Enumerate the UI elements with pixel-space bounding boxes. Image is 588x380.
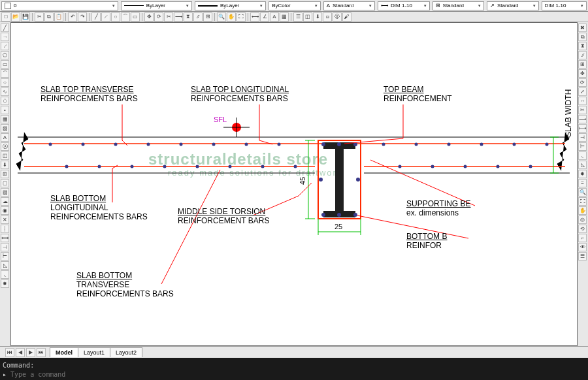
- tab-layout2[interactable]: Layout2: [110, 347, 142, 357]
- extend-tool-icon[interactable]: ⟶: [174, 12, 183, 22]
- xref-icon[interactable]: ⧈: [323, 12, 332, 22]
- pan-icon[interactable]: ✋: [227, 12, 236, 22]
- break2-icon[interactable]: ⊣: [578, 133, 587, 142]
- hatch-tool-icon[interactable]: ▦: [280, 12, 289, 22]
- save-icon[interactable]: 💾: [21, 12, 30, 22]
- tab-next-icon[interactable]: ▶: [26, 348, 35, 357]
- tablestyle-dropdown[interactable]: ⊞Standard▾: [433, 1, 484, 10]
- dim-angular-icon[interactable]: ∠: [260, 12, 269, 22]
- lineweight-dropdown[interactable]: ByLayer ▾: [195, 1, 266, 10]
- align-icon[interactable]: ≡: [578, 179, 587, 187]
- tab-prev-icon[interactable]: ◀: [16, 348, 25, 357]
- command-input[interactable]: [10, 371, 585, 378]
- ray-icon[interactable]: →: [1, 33, 9, 41]
- text-tool-icon[interactable]: A: [270, 12, 279, 22]
- break-icon[interactable]: ⊣: [1, 243, 9, 251]
- color-dropdown[interactable]: ByColor ▾: [269, 1, 320, 10]
- mlstyle-dropdown[interactable]: ↗Standard▾: [487, 1, 538, 10]
- trim-tool-icon[interactable]: ✂: [164, 12, 173, 22]
- rotate2-icon[interactable]: ⟳: [578, 78, 587, 87]
- revcloud-icon[interactable]: ☁: [1, 197, 9, 206]
- line-tool-icon[interactable]: ╱: [91, 12, 101, 22]
- cut-icon[interactable]: ✂: [35, 12, 44, 22]
- pline-tool-icon[interactable]: ⟋: [101, 12, 110, 22]
- orbit-icon[interactable]: ◎: [578, 215, 587, 224]
- construction-icon[interactable]: ✕: [1, 215, 9, 224]
- dimstyle2-dropdown[interactable]: DIM 1-10▾: [542, 1, 587, 10]
- trim2-icon[interactable]: ✂: [578, 106, 587, 114]
- join2-icon[interactable]: ⊢: [578, 142, 587, 151]
- wipeout-icon[interactable]: ▨: [1, 188, 9, 197]
- dimstyle-dropdown[interactable]: ⟷DIM 1-10▾: [378, 1, 429, 10]
- paste-icon[interactable]: 📋: [54, 12, 63, 22]
- copy2-icon[interactable]: ⧉: [578, 33, 587, 41]
- spline-icon[interactable]: ∿: [1, 87, 9, 96]
- block-icon[interactable]: ◫: [303, 12, 312, 22]
- offset2-icon[interactable]: ⫽: [578, 51, 587, 59]
- scale-icon[interactable]: ⤢: [578, 87, 587, 96]
- chamfer2-icon[interactable]: ◺: [578, 161, 587, 169]
- props-icon[interactable]: 🛈: [333, 12, 342, 22]
- view-icon[interactable]: 👁: [578, 243, 587, 251]
- undo-icon[interactable]: ↶: [68, 12, 77, 22]
- explode-icon[interactable]: ✸: [1, 279, 9, 288]
- chamfer-icon[interactable]: ◺: [1, 261, 9, 270]
- boundary-icon[interactable]: ▢: [1, 179, 9, 187]
- mtext-icon[interactable]: Ⓐ: [1, 142, 9, 151]
- rect-icon[interactable]: ▭: [1, 60, 9, 69]
- insert-icon[interactable]: ⬇: [313, 12, 322, 22]
- zoom-ext-icon[interactable]: ⛶: [237, 12, 246, 22]
- fillet-icon[interactable]: ◟: [1, 270, 9, 279]
- ellipse-icon[interactable]: ⬯: [1, 97, 9, 105]
- open-icon[interactable]: 📂: [11, 12, 20, 22]
- tab-last-icon[interactable]: ⏭: [37, 348, 46, 357]
- ucs-icon[interactable]: ⌐: [578, 234, 587, 242]
- join-icon[interactable]: ⊢: [1, 252, 9, 261]
- tab-model[interactable]: Model: [50, 347, 78, 357]
- circle-icon[interactable]: ○: [1, 78, 9, 87]
- divider-icon[interactable]: ┊: [1, 225, 9, 233]
- pan2-icon[interactable]: ✋: [578, 206, 587, 215]
- explode2-icon[interactable]: ✸: [578, 170, 587, 178]
- text-icon[interactable]: A: [1, 133, 9, 142]
- polygon-icon[interactable]: ⬠: [1, 51, 9, 59]
- donut-icon[interactable]: ◉: [1, 206, 9, 215]
- point-icon[interactable]: •: [1, 106, 9, 114]
- insert2-icon[interactable]: ⬇: [1, 161, 9, 169]
- offset-tool-icon[interactable]: ⫽: [193, 12, 203, 22]
- zoome-icon[interactable]: ⛶: [578, 197, 587, 206]
- block-make-icon[interactable]: ◫: [1, 151, 9, 160]
- measure-icon[interactable]: ⟺: [1, 234, 9, 242]
- hatch-icon[interactable]: ▦: [1, 115, 9, 123]
- drawing-canvas[interactable]: structuraldetails store ready made solut…: [10, 22, 578, 346]
- arc-icon[interactable]: ⌒: [1, 69, 9, 78]
- pline-icon[interactable]: ⟋: [1, 42, 9, 50]
- array-tool-icon[interactable]: ⊞: [203, 12, 212, 22]
- array2-icon[interactable]: ⊞: [578, 60, 587, 69]
- move2-icon[interactable]: ✥: [578, 69, 587, 78]
- tab-layout1[interactable]: Layout1: [78, 347, 110, 357]
- tab-first-icon[interactable]: ⏮: [5, 348, 14, 357]
- fillet2-icon[interactable]: ◟: [578, 151, 587, 160]
- region-icon[interactable]: ▧: [1, 124, 9, 133]
- rect-tool-icon[interactable]: ▭: [131, 12, 140, 22]
- lengthen-icon[interactable]: ⟼: [578, 124, 587, 133]
- extend2-icon[interactable]: ⟶: [578, 115, 587, 123]
- textstyle-dropdown[interactable]: AStandard▾: [323, 1, 375, 10]
- move-tool-icon[interactable]: ✥: [144, 12, 154, 22]
- layer-props-icon[interactable]: ☰: [293, 12, 302, 22]
- redo-icon[interactable]: ↷: [78, 12, 87, 22]
- layer-dropdown[interactable]: 0 ▾: [1, 1, 118, 10]
- table-icon[interactable]: ⊞: [1, 170, 9, 178]
- arc-tool-icon[interactable]: ⌒: [121, 12, 130, 22]
- line-icon[interactable]: ╱: [1, 24, 9, 32]
- mirror-tool-icon[interactable]: ⧗: [184, 12, 193, 22]
- circle-tool-icon[interactable]: ○: [111, 12, 120, 22]
- rotate-tool-icon[interactable]: ⟳: [154, 12, 163, 22]
- linetype1-dropdown[interactable]: ByLayer ▾: [121, 1, 192, 10]
- zoom-icon[interactable]: 🔍: [217, 12, 226, 22]
- mirror2-icon[interactable]: ⧗: [578, 42, 587, 50]
- copy-icon[interactable]: ⧉: [44, 12, 54, 22]
- zoomw-icon[interactable]: 🔍: [578, 188, 587, 197]
- stretch-icon[interactable]: ↔: [578, 97, 587, 105]
